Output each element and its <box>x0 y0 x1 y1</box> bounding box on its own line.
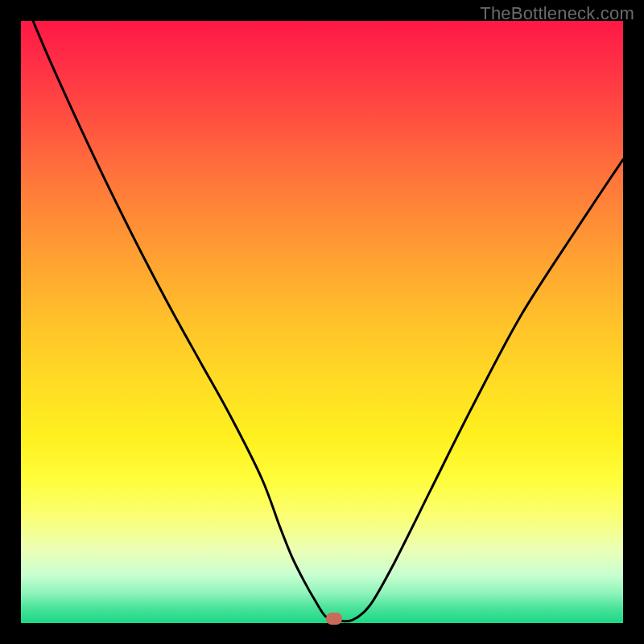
optimal-marker <box>326 613 342 625</box>
chart-frame: TheBottleneck.com <box>0 0 644 644</box>
chart-plot-area <box>21 21 623 623</box>
watermark-text: TheBottleneck.com <box>480 3 634 24</box>
bottleneck-curve <box>21 21 623 623</box>
